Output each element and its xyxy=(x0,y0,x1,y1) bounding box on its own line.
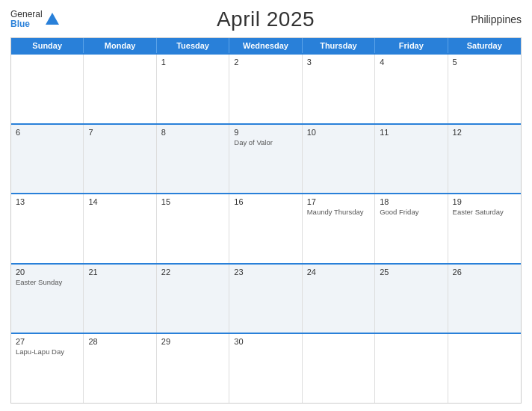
calendar-header: SundayMondayTuesdayWednesdayThursdayFrid… xyxy=(11,38,521,53)
weekday-header: Saturday xyxy=(448,38,521,53)
weekday-header: Monday xyxy=(84,38,156,53)
calendar-cell: 21 xyxy=(84,265,156,333)
page: General Blue April 2025 Philippines Sund… xyxy=(0,0,532,411)
day-number: 10 xyxy=(307,128,370,137)
day-number: 20 xyxy=(16,268,78,276)
calendar-cell: 24 xyxy=(303,265,375,333)
calendar-row: 1314151617Maundy Thursday18Good Friday19… xyxy=(11,193,521,263)
day-number: 9 xyxy=(234,128,297,137)
day-number: 24 xyxy=(307,268,370,276)
weekday-header: Sunday xyxy=(11,38,84,53)
calendar: SundayMondayTuesdayWednesdayThursdayFrid… xyxy=(10,37,522,404)
calendar-cell: 5 xyxy=(448,55,521,123)
calendar-cell: 7 xyxy=(84,125,156,194)
calendar-title: April 2025 xyxy=(217,7,315,31)
day-event: Easter Saturday xyxy=(453,208,516,217)
calendar-row: 20Easter Sunday212223242526 xyxy=(11,263,521,333)
logo-icon xyxy=(44,11,61,28)
svg-marker-0 xyxy=(46,13,59,25)
weekday-header: Tuesday xyxy=(157,38,229,53)
day-event: Day of Valor xyxy=(234,138,297,147)
calendar-cell: 6 xyxy=(11,125,84,194)
calendar-cell: 3 xyxy=(303,55,375,123)
calendar-cell: 9Day of Valor xyxy=(229,125,302,194)
calendar-cell: 29 xyxy=(157,334,229,403)
day-number: 1 xyxy=(161,58,224,67)
day-number: 13 xyxy=(16,197,78,206)
day-number: 27 xyxy=(16,337,78,346)
calendar-cell xyxy=(303,334,375,403)
weekday-header: Wednesday xyxy=(229,38,302,53)
day-number: 30 xyxy=(234,337,297,346)
day-number: 26 xyxy=(453,268,516,276)
day-number: 11 xyxy=(380,128,442,137)
calendar-cell: 18Good Friday xyxy=(375,194,448,263)
calendar-cell xyxy=(375,334,448,403)
calendar-cell: 19Easter Saturday xyxy=(448,194,521,263)
calendar-row: 12345 xyxy=(11,53,521,123)
calendar-cell: 10 xyxy=(303,125,375,194)
calendar-cell xyxy=(84,55,156,123)
day-number: 7 xyxy=(88,128,151,137)
logo-blue: Blue xyxy=(10,19,43,29)
calendar-cell: 14 xyxy=(84,194,156,263)
day-number: 19 xyxy=(453,197,516,206)
calendar-cell: 28 xyxy=(84,334,156,403)
day-number: 12 xyxy=(453,128,516,137)
weekday-header: Thursday xyxy=(303,38,375,53)
day-number: 16 xyxy=(234,197,297,206)
country-label: Philippines xyxy=(471,13,522,25)
calendar-cell: 13 xyxy=(11,194,84,263)
calendar-cell: 23 xyxy=(229,265,302,333)
day-number: 15 xyxy=(161,197,224,206)
day-number: 14 xyxy=(88,197,151,206)
day-number: 22 xyxy=(161,268,224,276)
calendar-cell: 12 xyxy=(448,125,521,194)
calendar-cell: 17Maundy Thursday xyxy=(303,194,375,263)
day-event: Maundy Thursday xyxy=(307,208,370,217)
weekday-header: Friday xyxy=(375,38,448,53)
calendar-cell: 30 xyxy=(229,334,302,403)
day-number: 8 xyxy=(161,128,224,137)
calendar-row: 6789Day of Valor101112 xyxy=(11,123,521,194)
day-event: Good Friday xyxy=(380,208,442,217)
calendar-cell: 8 xyxy=(157,125,229,194)
calendar-cell: 16 xyxy=(229,194,302,263)
day-number: 23 xyxy=(234,268,297,276)
day-number: 5 xyxy=(453,58,516,67)
day-number: 21 xyxy=(88,268,151,276)
calendar-cell: 11 xyxy=(375,125,448,194)
logo: General Blue xyxy=(10,10,61,29)
header: General Blue April 2025 Philippines xyxy=(10,7,522,31)
calendar-cell: 2 xyxy=(229,55,302,123)
calendar-cell: 4 xyxy=(375,55,448,123)
day-number: 3 xyxy=(307,58,370,67)
calendar-cell: 25 xyxy=(375,265,448,333)
calendar-cell: 15 xyxy=(157,194,229,263)
day-number: 4 xyxy=(380,58,442,67)
day-number: 29 xyxy=(161,337,224,346)
day-number: 6 xyxy=(16,128,78,137)
day-event: Easter Sunday xyxy=(16,278,78,287)
calendar-cell xyxy=(448,334,521,403)
calendar-cell: 26 xyxy=(448,265,521,333)
day-number: 25 xyxy=(380,268,442,276)
calendar-cell: 1 xyxy=(157,55,229,123)
calendar-cell xyxy=(11,55,84,123)
calendar-cell: 27Lapu-Lapu Day xyxy=(11,334,84,403)
day-event: Lapu-Lapu Day xyxy=(16,347,78,356)
calendar-body: 123456789Day of Valor1011121314151617Mau… xyxy=(11,53,521,403)
day-number: 18 xyxy=(380,197,442,206)
calendar-row: 27Lapu-Lapu Day282930 xyxy=(11,333,521,403)
calendar-cell: 20Easter Sunday xyxy=(11,265,84,333)
day-number: 17 xyxy=(307,197,370,206)
day-number: 2 xyxy=(234,58,297,67)
calendar-cell: 22 xyxy=(157,265,229,333)
day-number: 28 xyxy=(88,337,151,346)
